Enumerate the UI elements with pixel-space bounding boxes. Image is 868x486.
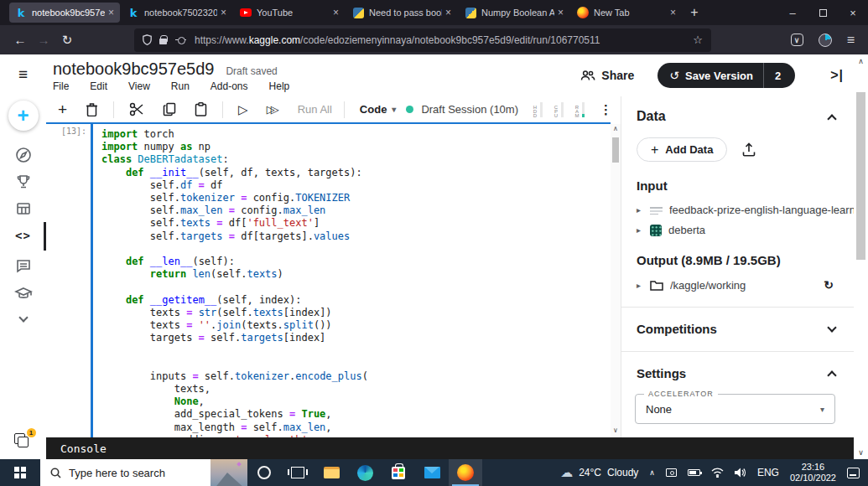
browser-tab-youtube[interactable]: YouTube × [234,3,345,23]
refresh-icon[interactable]: ↻ [824,278,834,292]
upload-icon[interactable] [742,142,756,157]
run-all-icon[interactable]: ▷▷ [267,103,279,116]
active-events-button[interactable]: 1 [0,433,46,450]
tracking-protection-shield-icon[interactable] [143,34,152,45]
run-cell-button[interactable]: ▷ [238,102,248,117]
caret-right-icon[interactable]: ▸ [637,205,650,215]
wifi-icon[interactable] [711,468,724,478]
copy-cell-button[interactable] [163,102,176,116]
input-model-row[interactable]: ▸ deberta [637,224,854,236]
browser-tab-kaggle-notebook-1[interactable]: k notebook9bc957e5d9 | Ka × [9,3,120,23]
menu-view[interactable]: View [128,80,150,92]
nav-menu-button[interactable]: ≡ [0,65,46,84]
tab-close-icon[interactable]: × [221,8,226,18]
settings-section-header[interactable]: Settings [621,352,854,380]
virtual-desktop-icon[interactable] [666,468,677,477]
accelerator-select[interactable]: ACCELERATOR None ▾ [635,394,835,424]
window-minimize-button[interactable]: – [777,0,808,25]
menu-addons[interactable]: Add-ons [211,80,248,92]
code-editor[interactable]: [13]: import torchimport numpy as npclas… [46,122,621,459]
firefox-account-icon[interactable] [819,34,832,47]
more-options-icon[interactable]: ⋮ [600,102,612,117]
page-scrollbar[interactable]: ∧ ∨ [854,54,868,459]
clock[interactable]: 23:16 02/10/2022 [790,462,836,483]
hidden-icons-chevron[interactable]: ∧ [649,468,655,477]
window-restore-button[interactable] [808,0,838,25]
action-center-icon[interactable] [847,468,860,478]
output-path[interactable]: /kaggle/working [670,279,824,292]
store-button[interactable] [382,459,415,486]
save-version-button[interactable]: ↺ Save Version 2 [657,63,795,88]
mail-button[interactable] [415,459,449,486]
sidebar-item-discussions[interactable] [0,257,46,274]
scroll-down-icon[interactable]: ∨ [613,426,618,436]
cut-cell-button[interactable] [129,102,144,116]
scroll-up-icon[interactable]: ∧ [613,124,618,134]
menu-edit[interactable]: Edit [90,80,107,92]
sidebar-item-datasets[interactable] [0,200,46,217]
sidebar-item-competitions[interactable] [0,173,46,190]
dataset-name[interactable]: feedback-prize-english-language-learni [669,204,854,216]
weather-widget[interactable]: ☁ 24°C Cloudy [560,465,638,480]
delete-cell-button[interactable] [86,102,98,116]
menu-help[interactable]: Help [269,80,290,92]
url-text[interactable]: https://www.kaggle.com/code/edoziemenyin… [195,34,686,46]
browser-tab-numpy-article[interactable]: Numpy Boolean Array - E × [459,3,569,23]
pocket-icon[interactable]: ∨ [791,34,803,46]
console-bar[interactable]: Console [46,437,854,459]
scroll-up-icon[interactable]: ∧ [854,57,868,65]
window-close-button[interactable]: × [838,0,868,25]
taskbar-search-input[interactable]: Type here to search [40,459,247,486]
back-button[interactable]: ← [8,33,32,47]
page-scroll-thumb[interactable] [856,92,865,260]
create-button[interactable]: + [0,101,46,131]
sidebar-item-code[interactable]: <> [0,229,46,242]
new-tab-button[interactable]: + [683,5,706,20]
model-name[interactable]: deberta [668,224,854,236]
url-bar[interactable]: https://www.kaggle.com/code/edoziemenyin… [134,28,711,52]
caret-right-icon[interactable]: ▸ [637,281,650,290]
sidebar-more-button[interactable] [0,314,46,321]
forward-button[interactable]: → [32,33,55,47]
cortana-button[interactable] [247,459,281,486]
connection-lock-icon[interactable] [159,35,167,44]
menu-file[interactable]: File [53,80,69,92]
run-all-label[interactable]: Run All [298,103,332,116]
menu-run[interactable]: Run [171,80,190,92]
permissions-icon[interactable] [175,37,186,44]
volume-icon[interactable] [735,468,746,478]
competitions-section-header[interactable]: Competitions [621,308,854,336]
tab-close-icon[interactable]: × [333,8,339,18]
collapse-chevron-icon[interactable] [827,114,836,123]
cell-type-dropdown[interactable]: Code ▾ [360,103,397,116]
paste-cell-button[interactable] [195,102,207,116]
input-dataset-row[interactable]: ▸ feedback-prize-english-language-learni [637,204,854,216]
app-menu-icon[interactable]: ≡ [847,33,855,48]
notebook-title[interactable]: notebook9bc957e5d9 [53,59,214,79]
session-label[interactable]: Draft Session (10m) [421,103,518,116]
caret-right-icon[interactable]: ▸ [637,225,650,235]
language-indicator[interactable]: ENG [757,467,779,478]
tab-close-icon[interactable]: × [445,8,451,18]
version-count[interactable]: 2 [764,70,792,82]
sidebar-item-learn[interactable] [0,285,46,302]
editor-scroll-thumb[interactable] [612,137,619,163]
collapse-panel-icon[interactable]: >| [830,68,844,83]
search-highlight-image[interactable] [211,459,247,486]
file-explorer-button[interactable] [314,459,348,486]
task-view-button[interactable] [281,459,314,486]
output-folder-row[interactable]: ▸ /kaggle/working ↻ [637,278,854,292]
add-data-button[interactable]: + Add Data [637,137,727,162]
start-button[interactable] [0,459,40,486]
add-cell-button[interactable]: + [58,101,67,119]
bookmark-star-icon[interactable]: ☆ [693,34,703,46]
reload-button[interactable]: ↻ [55,33,79,48]
tab-close-icon[interactable]: × [108,8,114,18]
browser-tab-stackoverflow[interactable]: Need to pass bool-like va × [346,3,457,23]
battery-icon[interactable] [688,469,700,476]
tab-close-icon[interactable]: × [558,8,564,18]
scroll-down-icon[interactable]: ∨ [854,448,868,457]
firefox-button[interactable] [449,459,482,486]
sidebar-item-home[interactable] [0,147,46,163]
code-block[interactable]: import torchimport numpy as npclass DeBE… [101,128,609,447]
